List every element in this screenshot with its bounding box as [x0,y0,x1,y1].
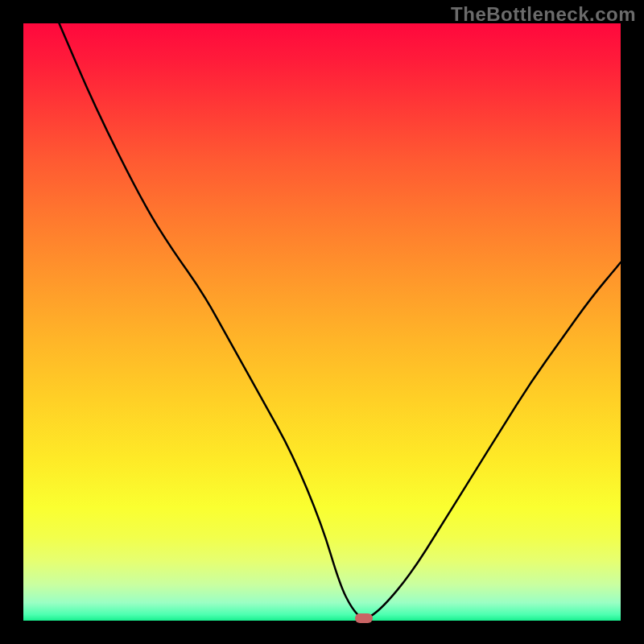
watermark-text: TheBottleneck.com [451,3,636,26]
plot-area [23,23,621,621]
optimal-marker [355,613,373,623]
chart-frame: TheBottleneck.com [0,0,644,644]
bottleneck-curve [23,23,621,621]
